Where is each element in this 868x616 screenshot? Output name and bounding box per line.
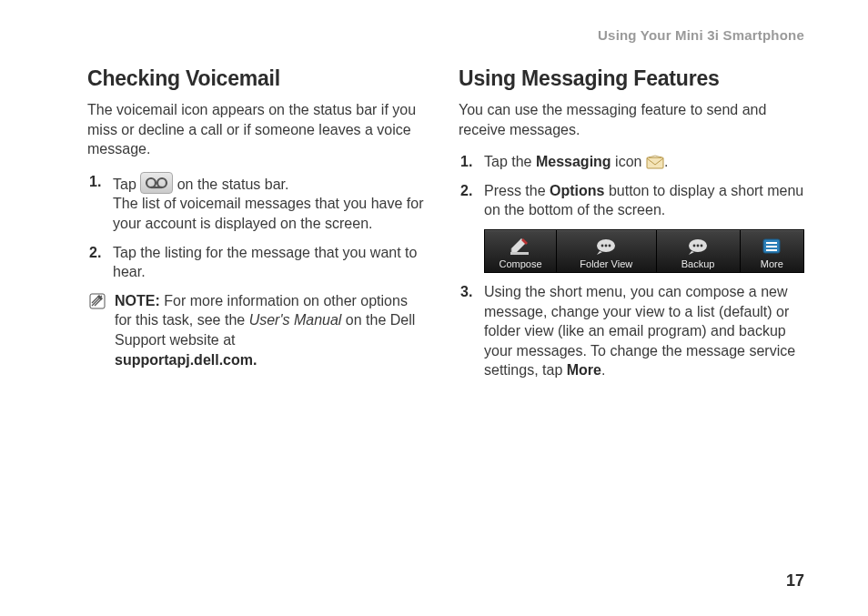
svg-point-13 <box>701 245 703 247</box>
menu-label-compose: Compose <box>500 258 542 269</box>
svg-point-12 <box>697 245 700 247</box>
svg-point-9 <box>609 245 611 247</box>
note-icon <box>89 293 106 309</box>
more-icon <box>762 237 782 257</box>
step1-text-b: on the status bar. <box>177 177 289 192</box>
running-head: Using Your Mini 3i Smartphone <box>87 27 804 43</box>
menu-item-more[interactable]: More <box>741 230 803 272</box>
mstep1-b: icon <box>611 154 646 169</box>
voicemail-icon <box>140 172 173 194</box>
menu-item-folder-view[interactable]: Folder View <box>557 230 656 272</box>
mstep2-bold: Options <box>550 183 604 198</box>
mstep1-a: Tap the <box>484 154 536 169</box>
svg-point-0 <box>146 178 156 187</box>
svg-point-7 <box>601 245 604 247</box>
messaging-step-1: Tap the Messaging icon . <box>459 152 804 172</box>
svg-rect-17 <box>766 249 777 251</box>
svg-point-8 <box>605 245 608 247</box>
svg-rect-5 <box>510 252 529 255</box>
messaging-steps-cont: Using the short menu, you can compose a … <box>459 282 804 380</box>
mstep1-c: . <box>664 154 668 169</box>
mstep3-bold: More <box>567 362 601 378</box>
menu-item-compose[interactable]: Compose <box>485 230 557 272</box>
messaging-intro: You can use the messaging feature to sen… <box>459 100 804 139</box>
folder-view-icon <box>594 237 618 257</box>
mstep3-b: . <box>601 362 605 378</box>
messaging-steps: Tap the Messaging icon . Press the Optio… <box>459 152 804 220</box>
menu-label-folder-view: Folder View <box>580 258 632 269</box>
step1-text-a: Tap <box>113 177 140 192</box>
voicemail-step-1: Tap on the status bar. The list of voi <box>87 172 428 234</box>
svg-point-11 <box>693 245 696 247</box>
voicemail-intro: The voicemail icon appears on the status… <box>87 100 428 159</box>
step1-text-c: The list of voicemail messages that you … <box>113 196 424 231</box>
voicemail-steps: Tap on the status bar. The list of voi <box>87 172 428 282</box>
mstep3-a: Using the short menu, you can compose a … <box>484 284 795 378</box>
heading-checking-voicemail: Checking Voicemail <box>87 66 428 91</box>
svg-rect-3 <box>90 294 105 308</box>
note-url: supportapj.dell.com. <box>115 352 257 368</box>
note-body: NOTE: For more information on other opti… <box>115 291 428 369</box>
backup-icon <box>686 237 710 257</box>
options-menu-bar: Compose Folder View <box>484 229 804 273</box>
svg-rect-4 <box>647 157 663 168</box>
svg-rect-15 <box>766 242 777 244</box>
page-number: 17 <box>786 571 804 591</box>
messaging-icon <box>646 155 664 169</box>
voicemail-note: NOTE: For more information on other opti… <box>87 291 428 369</box>
heading-messaging: Using Messaging Features <box>459 66 804 91</box>
manual-page: Using Your Mini 3i Smartphone Checking V… <box>0 0 868 616</box>
left-column: Checking Voicemail The voicemail icon ap… <box>87 66 428 389</box>
two-column-layout: Checking Voicemail The voicemail icon ap… <box>87 66 804 389</box>
compose-icon <box>510 237 531 257</box>
right-column: Using Messaging Features You can use the… <box>459 66 804 389</box>
voicemail-step-2: Tap the listing for the message that you… <box>87 243 428 282</box>
mstep2-a: Press the <box>484 183 550 198</box>
messaging-step-2: Press the Options button to display a sh… <box>459 181 804 220</box>
menu-label-more: More <box>761 258 783 269</box>
messaging-step-3: Using the short menu, you can compose a … <box>459 282 804 380</box>
svg-rect-16 <box>766 246 777 247</box>
menu-item-backup[interactable]: Backup <box>657 230 741 272</box>
svg-point-1 <box>157 178 167 187</box>
note-label: NOTE: <box>115 293 160 308</box>
menu-label-backup: Backup <box>681 258 715 269</box>
mstep1-bold: Messaging <box>536 154 611 169</box>
note-manual-title: User's Manual <box>249 312 342 328</box>
